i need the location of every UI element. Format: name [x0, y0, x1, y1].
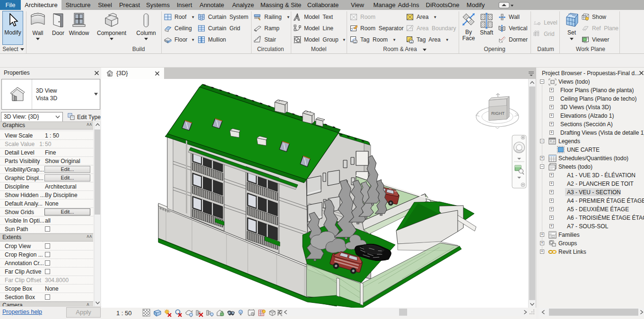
svg-text:RIGHT: RIGHT	[491, 111, 505, 116]
